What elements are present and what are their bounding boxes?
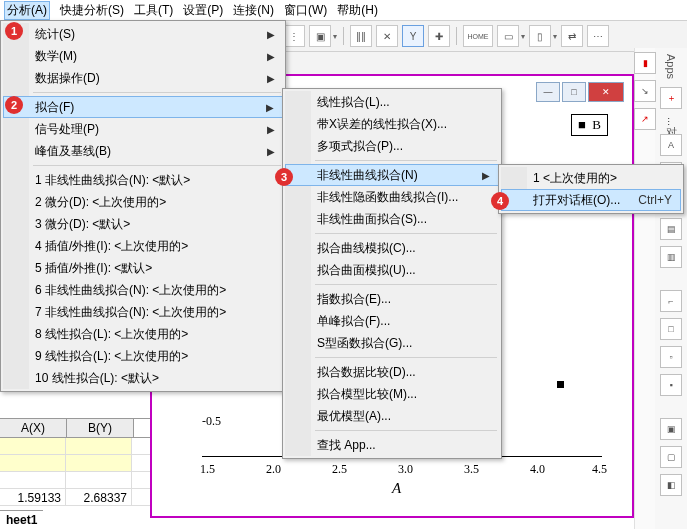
badge-4: 4 (491, 192, 509, 210)
badge-1: 1 (5, 22, 23, 40)
worksheet-header: A(X) B(Y) (0, 418, 150, 438)
menu-connect[interactable]: 连接(N) (233, 2, 274, 19)
tb-func1-icon[interactable]: ⋮ (283, 25, 305, 47)
table-row[interactable]: 1.591332.68337 (0, 489, 150, 506)
menu-separator (315, 284, 497, 285)
dock-tool4-icon[interactable]: ▤ (660, 218, 682, 240)
menu-item[interactable]: 指数拟合(E)... (285, 288, 499, 310)
dock-tool12-icon[interactable]: ◧ (660, 474, 682, 496)
dock-tool11-icon[interactable]: ▢ (660, 446, 682, 468)
y-tick: -0.5 (202, 414, 221, 429)
menu-item[interactable]: 拟合曲线模拟(C)... (285, 237, 499, 259)
menu-settings[interactable]: 设置(P) (183, 2, 223, 19)
menu-item[interactable]: 拟合曲面模拟(U)... (285, 259, 499, 281)
menu-item[interactable]: 10 线性拟合(L): <默认> (3, 367, 283, 389)
menu-item[interactable]: 多项式拟合(P)... (285, 135, 499, 157)
menu-item[interactable]: 统计(S)▶ (3, 23, 283, 45)
apps-panel-label[interactable]: Apps (665, 54, 677, 79)
menu-item[interactable]: 5 插值/外推(I): <默认> (3, 257, 283, 279)
table-row[interactable] (0, 438, 150, 455)
menu-item[interactable]: 1 非线性曲线拟合(N): <默认> (3, 169, 283, 191)
plot-legend[interactable]: ■ B (571, 114, 608, 136)
menu-item[interactable]: 打开对话框(O)...Ctrl+Y (501, 189, 681, 211)
tb-merge-icon[interactable]: ▭ (497, 25, 519, 47)
menu-item[interactable]: 非线性曲面拟合(S)... (285, 208, 499, 230)
menu-item[interactable]: 1 <上次使用的> (501, 167, 681, 189)
x-tick: 4.5 (592, 462, 607, 477)
menu-item[interactable]: 拟合(F)▶ (3, 96, 283, 118)
menu-item[interactable]: 8 线性拟合(L): <上次使用的> (3, 323, 283, 345)
data-point-marker (557, 381, 564, 388)
legend-label: B (592, 117, 601, 132)
menu-item[interactable]: 数据操作(D)▶ (3, 67, 283, 89)
col-header-b[interactable]: B(Y) (67, 419, 134, 437)
submenu-arrow-icon: ▶ (267, 73, 275, 84)
close-button[interactable]: ✕ (588, 82, 624, 102)
menu-item[interactable]: 数学(M)▶ (3, 45, 283, 67)
submenu-arrow-icon: ▶ (267, 146, 275, 157)
dock-tool10-icon[interactable]: ▣ (660, 418, 682, 440)
x-tick: 2.0 (266, 462, 281, 477)
tb-y-icon[interactable]: Y (402, 25, 424, 47)
menu-item[interactable]: 峰值及基线(B)▶ (3, 140, 283, 162)
dock-tool1-icon[interactable]: A (660, 134, 682, 156)
badge-3: 3 (275, 168, 293, 186)
dock-tool8-icon[interactable]: ▫ (660, 346, 682, 368)
menu-item[interactable]: 信号处理(P)▶ (3, 118, 283, 140)
x-axis: 1.5 2.0 2.5 3.0 3.5 4.0 4.5 A (182, 456, 612, 516)
menu-item[interactable]: 拟合数据比较(D)... (285, 361, 499, 383)
tb-link-icon[interactable]: ⇄ (561, 25, 583, 47)
badge-2: 2 (5, 96, 23, 114)
table-row[interactable] (0, 455, 150, 472)
menu-help[interactable]: 帮助(H) (337, 2, 378, 19)
menu-quickanalysis[interactable]: 快捷分析(S) (60, 2, 124, 19)
tb-plotxy-icon[interactable]: ▣ (309, 25, 331, 47)
tb-extract-icon[interactable]: ▯ (529, 25, 551, 47)
menu-item[interactable]: 查找 App... (285, 434, 499, 456)
tb-home-icon[interactable]: HOME (463, 25, 493, 47)
col-header-a[interactable]: A(X) (0, 419, 67, 437)
tb-x-icon[interactable]: ✕ (376, 25, 398, 47)
menu-item[interactable]: 2 微分(D): <上次使用的> (3, 191, 283, 213)
tb-grid-icon[interactable]: ✚ (428, 25, 450, 47)
x-tick: 3.0 (398, 462, 413, 477)
tb-err-icon[interactable]: ‖‖ (350, 25, 372, 47)
plot-window-controls: — □ ✕ (534, 82, 624, 104)
dock-add-icon[interactable]: ＋ (660, 87, 682, 109)
menu-item[interactable]: 线性拟合(L)... (285, 91, 499, 113)
menu-analysis[interactable]: 分析(A) (4, 1, 50, 20)
menu-window[interactable]: 窗口(W) (284, 2, 327, 19)
dock2-a-icon[interactable]: ▮ (634, 52, 656, 74)
menu-item[interactable]: 6 非线性曲线拟合(N): <上次使用的> (3, 279, 283, 301)
menu-item[interactable]: 最优模型(A)... (285, 405, 499, 427)
menu-item[interactable]: 单峰拟合(F)... (285, 310, 499, 332)
menu-item[interactable]: S型函数拟合(G)... (285, 332, 499, 354)
object-panel-label[interactable]: 对... (664, 117, 679, 126)
shortcut-label: Ctrl+Y (638, 193, 672, 207)
maximize-button[interactable]: □ (562, 82, 586, 102)
dock2-b-icon[interactable]: ↘ (634, 80, 656, 102)
sheet-tab[interactable]: heet1 (0, 510, 43, 529)
menu-separator (315, 233, 497, 234)
dock-tool7-icon[interactable]: □ (660, 318, 682, 340)
menu-item[interactable]: 非线性隐函数曲线拟合(I)... (285, 186, 499, 208)
menu-item[interactable]: 拟合模型比较(M)... (285, 383, 499, 405)
tb-misc-icon[interactable]: ⋯ (587, 25, 609, 47)
dock2-c-icon[interactable]: ↗ (634, 108, 656, 130)
dock-tool6-icon[interactable]: ⌐ (660, 290, 682, 312)
menu-item[interactable]: 9 线性拟合(L): <上次使用的> (3, 345, 283, 367)
dock-tool5-icon[interactable]: ▥ (660, 246, 682, 268)
x-axis-label: A (392, 480, 401, 497)
analysis-menu: 统计(S)▶数学(M)▶数据操作(D)▶拟合(F)▶信号处理(P)▶峰值及基线(… (0, 20, 286, 392)
dock-tool9-icon[interactable]: ▪ (660, 374, 682, 396)
minimize-button[interactable]: — (536, 82, 560, 102)
x-tick: 3.5 (464, 462, 479, 477)
menu-item[interactable]: 7 非线性曲线拟合(N): <上次使用的> (3, 301, 283, 323)
menu-tools[interactable]: 工具(T) (134, 2, 173, 19)
menu-item[interactable]: 带X误差的线性拟合(X)... (285, 113, 499, 135)
menu-item[interactable]: 3 微分(D): <默认> (3, 213, 283, 235)
table-row[interactable] (0, 472, 150, 489)
menu-item[interactable]: 非线性曲线拟合(N)▶ (285, 164, 499, 186)
menu-item[interactable]: 4 插值/外推(I): <上次使用的> (3, 235, 283, 257)
fit-submenu: 线性拟合(L)...带X误差的线性拟合(X)...多项式拟合(P)...非线性曲… (282, 88, 502, 459)
